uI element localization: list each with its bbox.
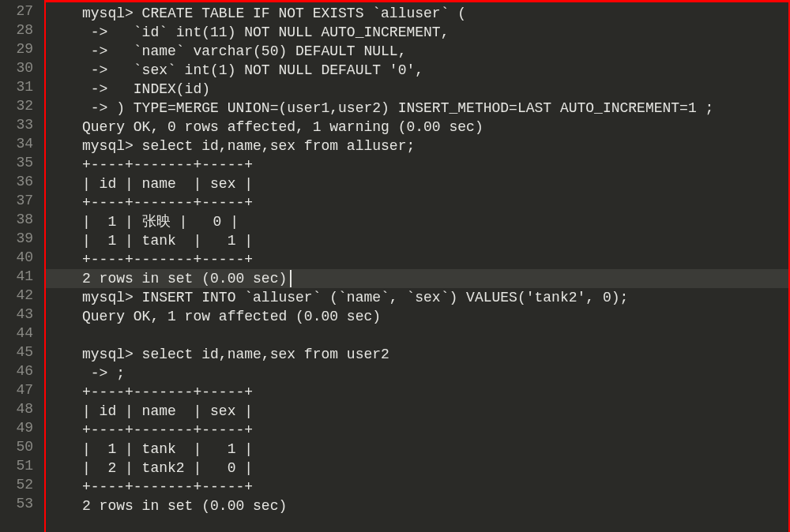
code-line[interactable]: -> `id` int(11) NOT NULL AUTO_INCREMENT, — [46, 23, 788, 42]
line-number: 36 — [0, 172, 33, 191]
text-cursor — [290, 270, 292, 287]
line-number: 39 — [0, 229, 33, 248]
code-line[interactable]: mysql> CREATE TABLE IF NOT EXISTS `allus… — [46, 4, 788, 23]
code-line[interactable]: | 2 | tank2 | 0 | — [46, 459, 788, 478]
line-number: 43 — [0, 305, 33, 324]
code-line[interactable]: -> ) TYPE=MERGE UNION=(user1,user2) INSE… — [46, 99, 788, 118]
line-number: 31 — [0, 77, 33, 96]
code-line[interactable]: | 1 | tank | 1 | — [46, 231, 788, 250]
line-number: 53 — [0, 494, 33, 513]
code-line[interactable]: | id | name | sex | — [46, 402, 788, 421]
line-number-gutter: 2728293031323334353637383940414243444546… — [0, 0, 44, 532]
line-number: 35 — [0, 153, 33, 172]
code-editor: 2728293031323334353637383940414243444546… — [0, 0, 790, 532]
line-number: 27 — [0, 2, 33, 21]
line-number: 41 — [0, 267, 33, 286]
code-line[interactable]: +----+-------+-----+ — [46, 383, 788, 402]
code-line[interactable]: -> ; — [46, 364, 788, 383]
code-line[interactable]: mysql> select id,name,sex from user2 — [46, 345, 788, 364]
line-number: 50 — [0, 437, 33, 456]
code-line[interactable]: mysql> select id,name,sex from alluser; — [46, 137, 788, 155]
line-number: 34 — [0, 134, 33, 153]
code-line[interactable]: -> `sex` int(1) NOT NULL DEFAULT '0', — [46, 61, 788, 80]
code-line[interactable]: +----+-------+-----+ — [46, 193, 788, 212]
line-number: 38 — [0, 210, 33, 229]
code-line[interactable]: | 1 | 张映 | 0 | — [46, 212, 788, 231]
code-line[interactable]: 2 rows in set (0.00 sec) — [46, 496, 788, 515]
line-number: 46 — [0, 362, 33, 380]
line-number: 28 — [0, 21, 33, 39]
code-line[interactable] — [46, 326, 788, 345]
line-number: 45 — [0, 343, 33, 362]
line-number: 30 — [0, 58, 33, 77]
code-line[interactable]: -> INDEX(id) — [46, 80, 788, 99]
code-line[interactable]: mysql> INSERT INTO `alluser` (`name`, `s… — [46, 288, 788, 307]
code-line[interactable]: | id | name | sex | — [46, 174, 788, 193]
line-number: 29 — [0, 39, 33, 58]
code-line[interactable]: +----+-------+-----+ — [46, 478, 788, 496]
line-number: 44 — [0, 324, 33, 343]
line-number: 51 — [0, 456, 33, 475]
line-number: 48 — [0, 399, 33, 418]
line-number: 32 — [0, 96, 33, 115]
line-number: 47 — [0, 380, 33, 399]
code-area-frame: mysql> CREATE TABLE IF NOT EXISTS `allus… — [44, 0, 790, 532]
line-number: 42 — [0, 286, 33, 305]
code-line[interactable]: Query OK, 1 row affected (0.00 sec) — [46, 307, 788, 326]
line-number: 37 — [0, 191, 33, 210]
line-number: 40 — [0, 248, 33, 267]
code-line[interactable]: +----+-------+-----+ — [46, 155, 788, 174]
code-line[interactable]: Query OK, 0 rows affected, 1 warning (0.… — [46, 118, 788, 137]
line-number: 49 — [0, 418, 33, 437]
code-line[interactable]: +----+-------+-----+ — [46, 421, 788, 440]
line-number: 33 — [0, 115, 33, 134]
code-line[interactable]: | 1 | tank | 1 | — [46, 440, 788, 459]
code-content[interactable]: mysql> CREATE TABLE IF NOT EXISTS `allus… — [46, 4, 788, 515]
code-line[interactable]: -> `name` varchar(50) DEFAULT NULL, — [46, 42, 788, 61]
code-line[interactable]: 2 rows in set (0.00 sec) — [46, 269, 788, 288]
code-line[interactable]: +----+-------+-----+ — [46, 250, 788, 269]
line-number: 52 — [0, 475, 33, 494]
